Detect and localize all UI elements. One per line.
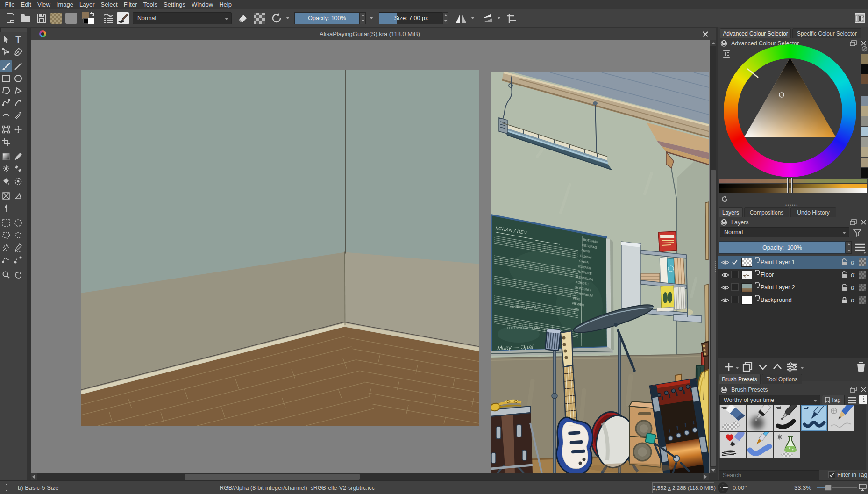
svg-text:О АН ЛУ АА АВ ТРАЛА: О АН ЛУ АА АВ ТРАЛА [507, 326, 540, 329]
svg-text:АВСГРВАДА ААГУ: АВСГРВАДА ААГУ [509, 306, 536, 309]
